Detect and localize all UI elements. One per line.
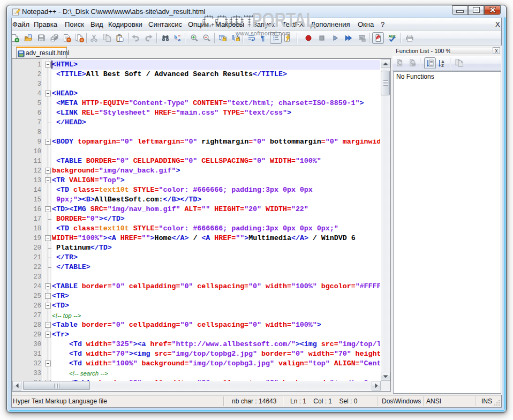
svg-text:b: b (175, 34, 177, 40)
svg-text:Z: Z (441, 63, 444, 68)
svg-text:a: a (178, 37, 181, 42)
